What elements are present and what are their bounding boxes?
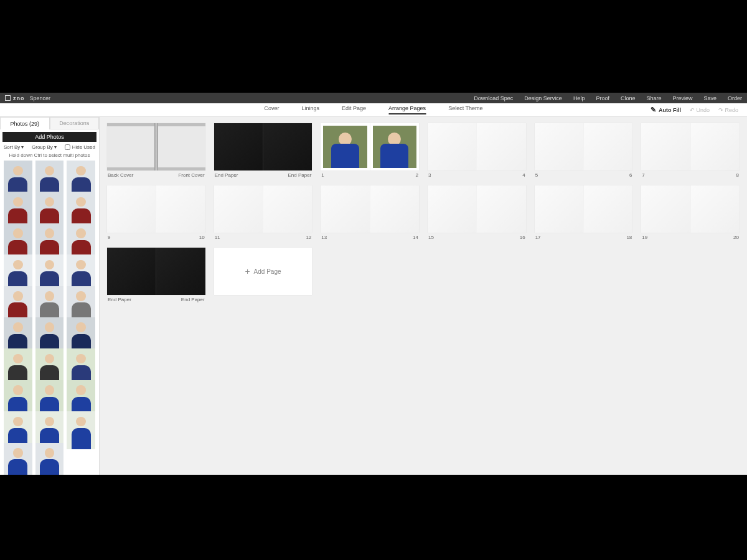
- page-left[interactable]: [535, 185, 583, 233]
- spread[interactable]: [107, 123, 205, 170]
- page-label-right: 12: [306, 235, 311, 240]
- page-label-left: 19: [642, 235, 647, 240]
- spread[interactable]: [107, 185, 205, 233]
- page-left[interactable]: [107, 248, 156, 295]
- spread[interactable]: [214, 185, 312, 233]
- add-page-button[interactable]: +Add Page: [214, 248, 312, 295]
- page-label-left: End Paper: [215, 172, 238, 178]
- menu-order[interactable]: Order: [728, 95, 742, 101]
- spread-cell: 910: [107, 185, 205, 240]
- page-right[interactable]: [263, 185, 312, 233]
- photo-thumb[interactable]: [4, 443, 32, 475]
- spread-cell: End PaperEnd Paper: [214, 123, 312, 178]
- spread-grid: Back CoverFront CoverEnd PaperEnd Paper1…: [107, 123, 740, 302]
- page-right[interactable]: [370, 185, 419, 233]
- spread-labels: End PaperEnd Paper: [214, 172, 312, 178]
- spread[interactable]: [428, 123, 526, 170]
- tab-cover[interactable]: Cover: [265, 105, 280, 114]
- spread-labels: 34: [428, 172, 526, 178]
- spread[interactable]: [428, 185, 526, 233]
- spread[interactable]: [321, 185, 419, 233]
- page-right[interactable]: [156, 248, 205, 295]
- page-right[interactable]: [583, 123, 632, 170]
- spread-labels: 78: [641, 172, 740, 178]
- canvas-area: Back CoverFront CoverEnd PaperEnd Paper1…: [100, 117, 747, 475]
- menu-preview[interactable]: Preview: [672, 95, 692, 101]
- thumbnail-grid: [0, 161, 99, 475]
- spread-cell: 12: [321, 123, 419, 178]
- page-label-left: 3: [428, 172, 431, 178]
- photos-tab[interactable]: Photos (29): [0, 117, 50, 129]
- page-label-right: 6: [629, 172, 632, 178]
- page-left[interactable]: [641, 185, 690, 233]
- page-left[interactable]: [214, 123, 263, 170]
- page-left[interactable]: [428, 185, 476, 233]
- app-window: zno Spencer Download SpecDesign ServiceH…: [0, 93, 747, 475]
- page-label-right: 16: [520, 235, 525, 240]
- page-right[interactable]: [690, 185, 740, 233]
- multi-select-hint: Hold down Ctrl to select multi photos: [0, 151, 99, 161]
- photo-thumb[interactable]: [67, 411, 95, 449]
- page-left[interactable]: [107, 123, 154, 170]
- page-right[interactable]: [476, 185, 525, 233]
- page-right[interactable]: [158, 123, 205, 170]
- spread-labels: 910: [107, 235, 205, 240]
- spread[interactable]: [641, 123, 740, 170]
- top-bar: zno Spencer Download SpecDesign ServiceH…: [0, 93, 747, 103]
- page-left[interactable]: [535, 123, 583, 170]
- page-left[interactable]: [321, 185, 369, 233]
- page-label-right: 18: [626, 235, 632, 240]
- page-right[interactable]: [156, 185, 205, 233]
- group-by-dropdown[interactable]: Group By ▾: [32, 144, 57, 150]
- page-left[interactable]: [641, 123, 690, 170]
- spread[interactable]: [535, 123, 633, 170]
- autofill-button[interactable]: ✎ Auto Fill: [651, 106, 681, 114]
- page-left[interactable]: [107, 185, 156, 233]
- tab-edit-page[interactable]: Edit Page: [342, 105, 366, 114]
- photo-thumb[interactable]: [35, 443, 64, 475]
- page-right[interactable]: [583, 185, 632, 233]
- brand-logo: zno: [5, 95, 25, 101]
- page-label-left: 9: [108, 235, 110, 240]
- spread-labels: 1112: [214, 235, 312, 240]
- page-left[interactable]: [214, 185, 263, 233]
- menu-proof[interactable]: Proof: [596, 95, 609, 101]
- menu-download-spec[interactable]: Download Spec: [474, 95, 513, 101]
- menu-share[interactable]: Share: [646, 95, 661, 101]
- hide-used-checkbox[interactable]: Hide Used: [65, 144, 95, 150]
- spread-labels: 12: [321, 172, 419, 178]
- page-right[interactable]: [690, 123, 740, 170]
- menu-save[interactable]: Save: [703, 95, 716, 101]
- sort-by-dropdown[interactable]: Sort By ▾: [4, 144, 24, 150]
- page-left[interactable]: [321, 123, 369, 170]
- page-label-right: 10: [199, 235, 205, 240]
- page-label-right: End Paper: [288, 172, 312, 178]
- page-right[interactable]: [263, 123, 312, 170]
- menu-help[interactable]: Help: [573, 95, 585, 101]
- undo-button[interactable]: ↶ Undo: [690, 107, 710, 113]
- spread[interactable]: [321, 123, 419, 170]
- menu-design-service[interactable]: Design Service: [524, 95, 562, 101]
- spread[interactable]: [535, 185, 633, 233]
- page-right[interactable]: [370, 123, 419, 170]
- spread[interactable]: [641, 185, 740, 233]
- page-label-left: Back Cover: [108, 172, 133, 178]
- add-photos-button[interactable]: Add Photos: [2, 132, 96, 142]
- tab-linings[interactable]: Linings: [302, 105, 320, 114]
- tab-arrange-pages[interactable]: Arrange Pages: [388, 105, 426, 114]
- page-right[interactable]: [476, 123, 525, 170]
- spread[interactable]: [107, 248, 205, 295]
- hide-used-input[interactable]: [65, 144, 70, 150]
- redo-button[interactable]: ↷ Redo: [718, 107, 738, 113]
- page-label-right: 2: [416, 172, 418, 178]
- menu-clone[interactable]: Clone: [621, 95, 636, 101]
- tab-select-theme[interactable]: Select Theme: [448, 105, 482, 114]
- page-left[interactable]: [428, 123, 476, 170]
- nav-tabs: CoverLiningsEdit PageArrange PagesSelect…: [265, 105, 483, 114]
- spread[interactable]: [214, 123, 312, 170]
- decorations-tab[interactable]: Decorations: [50, 117, 100, 129]
- logo-icon: [5, 95, 11, 101]
- spread-cell: 1920: [641, 185, 740, 240]
- spread-cell: +Add Page: [214, 248, 312, 302]
- spread-cell: 56: [535, 123, 633, 178]
